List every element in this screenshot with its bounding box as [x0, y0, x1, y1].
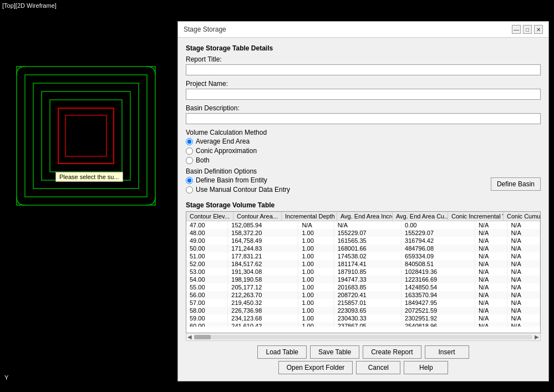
table-cell: N/A: [507, 260, 540, 268]
table-scroll-area[interactable]: 47.00152,085.94N/AN/A0.00N/AN/A48.00158,…: [186, 221, 540, 327]
cad-drawing: [6, 17, 166, 349]
table-cell: 1.00: [298, 252, 334, 260]
table-cell: 181174.41: [334, 260, 401, 268]
volume-calc-label: Volume Calculation Method: [186, 129, 541, 136]
load-table-button[interactable]: Load Table: [257, 345, 307, 359]
table-cell: N/A: [507, 268, 540, 276]
radio-avg-end-area[interactable]: Average End Area: [186, 138, 541, 145]
table-cell: 53.00: [186, 268, 228, 276]
table-cell: 191,304.08: [228, 268, 298, 276]
table-cell: 1.00: [298, 229, 334, 237]
project-name-input[interactable]: [186, 89, 541, 100]
table-row: 60.00241,610.421.00237867.052540818.96N/…: [186, 322, 540, 327]
table-section-title: Stage Storage Volume Table: [186, 201, 541, 209]
table-cell: 1.00: [298, 299, 334, 307]
table-cell: 1.00: [298, 245, 334, 252]
basin-description-input[interactable]: [186, 113, 541, 124]
table-cell: N/A: [507, 322, 540, 327]
table-row: 57.00219,450.321.00215857.011849427.95N/…: [186, 299, 540, 307]
basin-def-options: Basin Definition Options Define Basin fr…: [186, 167, 491, 197]
report-title-group: Report Title:: [186, 55, 541, 75]
table-row: 59.00234,123.681.00230430.332302951.92N/…: [186, 314, 540, 322]
table-cell: N/A: [475, 237, 507, 245]
basin-def-label: Basin Definition Options: [186, 167, 491, 175]
table-cell: 164,758.49: [228, 237, 298, 245]
table-cell: 1424850.54: [401, 283, 475, 291]
col-header-incremental-depth: Incremental Depth (ft): [281, 212, 337, 221]
table-row: 58.00226,736.981.00223093.652072521.59N/…: [186, 307, 540, 314]
table-cell: 208720.41: [334, 291, 401, 299]
basin-description-label: Basin Description:: [186, 104, 541, 112]
table-cell: N/A: [507, 283, 540, 291]
table-cell: 230430.33: [334, 314, 401, 322]
table-row: 48.00158,372.201.00155229.07155229.07N/A…: [186, 229, 540, 237]
table-cell: 152,085.94: [228, 221, 298, 229]
table-row: 50.00171,244.831.00168001.66484796.08N/A…: [186, 245, 540, 252]
table-cell: N/A: [507, 299, 540, 307]
table-cell: 1.00: [298, 283, 334, 291]
radio-define-from-entity[interactable]: Define Basin from Entity: [186, 176, 491, 184]
radio-conic-approx[interactable]: Conic Approximation: [186, 147, 541, 155]
table-cell: N/A: [507, 237, 540, 245]
data-table: 47.00152,085.94N/AN/A0.00N/AN/A48.00158,…: [186, 221, 540, 327]
maximize-button[interactable]: □: [523, 25, 532, 34]
table-cell: 47.00: [186, 221, 228, 229]
table-cell: 1028419.36: [401, 268, 475, 276]
table-cell: N/A: [507, 229, 540, 237]
table-cell: 215857.01: [334, 299, 401, 307]
table-cell: 49.00: [186, 237, 228, 245]
table-cell: 56.00: [186, 291, 228, 299]
cancel-button[interactable]: Cancel: [356, 361, 400, 374]
define-basin-button[interactable]: Define Basin: [491, 177, 541, 191]
bottom-buttons-row1: Load Table Save Table Create Report Inse…: [186, 345, 541, 359]
table-row: 53.00191,304.081.00187910.851028419.36N/…: [186, 268, 540, 276]
scroll-left-arrow[interactable]: ◀: [186, 334, 193, 340]
open-export-folder-button[interactable]: Open Export Folder: [278, 361, 353, 374]
table-cell: 0.00: [401, 221, 475, 229]
table-cell: 1.00: [298, 307, 334, 314]
dialog-title: Stage Storage: [184, 26, 226, 33]
svg-rect-6: [65, 115, 106, 156]
volume-calc-section: Volume Calculation Method Average End Ar…: [186, 129, 541, 164]
dialog-body: Stage Storage Table Details Report Title…: [178, 38, 548, 381]
table-cell: 58.00: [186, 307, 228, 314]
table-cell: N/A: [298, 221, 334, 229]
table-cell: 1633570.94: [401, 291, 475, 299]
save-table-button[interactable]: Save Table: [310, 345, 359, 359]
table-cell: 1.00: [298, 268, 334, 276]
close-button[interactable]: ✕: [534, 25, 543, 34]
table-cell: N/A: [507, 314, 540, 322]
col-header-contour-elev: Contour Elev...: [186, 212, 233, 221]
table-row: 55.00205,177.121.00201683.851424850.54N/…: [186, 283, 540, 291]
project-name-group: Project Name:: [186, 80, 541, 100]
stage-storage-dialog: Stage Storage — □ ✕ Stage Storage Table …: [177, 21, 549, 381]
table-cell: 50.00: [186, 245, 228, 252]
horizontal-scrollbar[interactable]: ◀ ▶: [186, 333, 541, 341]
report-title-label: Report Title:: [186, 55, 541, 63]
table-row: 51.00177,831.211.00174538.02659334.09N/A…: [186, 252, 540, 260]
bottom-buttons-row2: Open Export Folder Cancel Help: [186, 361, 541, 374]
table-cell: 161565.35: [334, 237, 401, 245]
titlebar-controls: — □ ✕: [512, 25, 543, 34]
table-cell: N/A: [507, 291, 540, 299]
table-row: 56.00212,263.701.00208720.411633570.94N/…: [186, 291, 540, 299]
table-cell: 219,450.32: [228, 299, 298, 307]
cad-title: [Top][2D Wireframe]: [2, 2, 57, 9]
radio-manual-contour[interactable]: Use Manual Contour Data Entry: [186, 186, 491, 194]
table-cell: N/A: [507, 307, 540, 314]
table-cell: 2072521.59: [401, 307, 475, 314]
scroll-right-arrow[interactable]: ▶: [533, 334, 540, 340]
table-cell: 1849427.95: [401, 299, 475, 307]
y-axis-label: Y: [4, 374, 8, 381]
table-cell: 198,190.58: [228, 276, 298, 283]
table-cell: 60.00: [186, 322, 228, 327]
table-cell: 155229.07: [334, 229, 401, 237]
create-report-button[interactable]: Create Report: [363, 345, 421, 359]
table-cell: N/A: [507, 245, 540, 252]
minimize-button[interactable]: —: [512, 25, 521, 34]
report-title-input[interactable]: [186, 64, 541, 75]
basin-def-radio-group: Define Basin from Entity Use Manual Cont…: [186, 176, 491, 194]
insert-button[interactable]: Insert: [425, 345, 469, 359]
help-button[interactable]: Help: [404, 361, 448, 374]
radio-both[interactable]: Both: [186, 156, 541, 164]
